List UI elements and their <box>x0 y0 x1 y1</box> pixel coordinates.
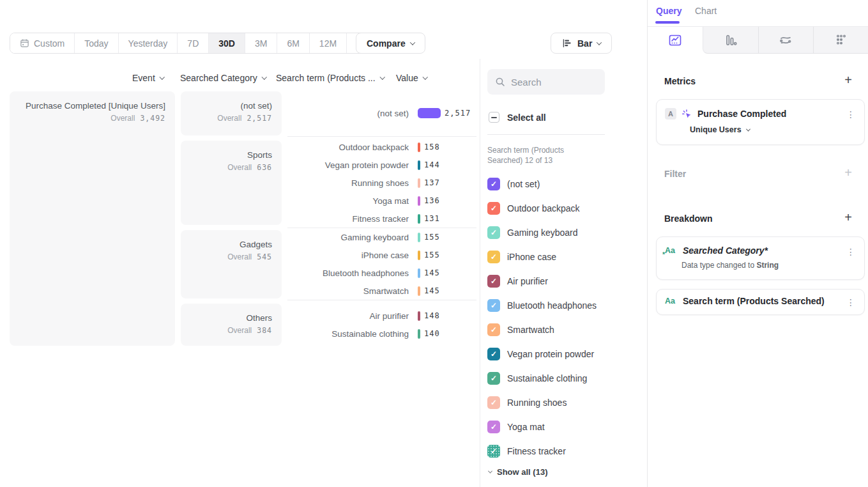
legend-item[interactable]: ✓ Fitness tracker <box>487 439 597 463</box>
value-bar[interactable] <box>418 268 420 278</box>
category-card[interactable]: (not set) Overall2,517 <box>181 91 282 135</box>
event-card[interactable]: Purchase Completed [Unique Users] Overal… <box>10 91 175 346</box>
tab-chart[interactable]: Chart <box>695 6 717 16</box>
legend-item[interactable]: ✓ Yoga mat <box>487 415 597 439</box>
value-bar[interactable] <box>418 233 420 242</box>
check-icon: ✓ <box>491 375 497 382</box>
legend-item[interactable]: ✓ Gaming keyboard <box>487 220 597 245</box>
chart-row[interactable]: Sustainable clothing 140 <box>287 325 479 343</box>
column-header[interactable]: Searched Category <box>180 73 266 83</box>
category-card[interactable]: Others Overall384 <box>181 304 282 346</box>
value-bar[interactable] <box>418 214 420 224</box>
legend-checkbox[interactable]: ✓ <box>487 323 500 336</box>
value-bar[interactable] <box>418 329 420 339</box>
category-card[interactable]: Sports Overall636 <box>181 141 282 225</box>
select-all-label: Select all <box>507 112 546 123</box>
measure-selector[interactable]: Unique Users <box>690 125 856 134</box>
more-options-icon[interactable]: ⋮ <box>844 107 858 121</box>
show-all-label: Show all (13) <box>497 467 547 477</box>
view-tab-funnel[interactable] <box>703 27 758 54</box>
chart-row[interactable]: Gaming keyboard 155 <box>287 228 479 246</box>
legend-panel: Select all Search term (Products Searche… <box>480 59 647 487</box>
tab-query[interactable]: Query <box>656 6 681 16</box>
date-range-button[interactable]: 7D <box>178 33 209 53</box>
legend-item[interactable]: ✓ Running shoes <box>487 390 597 415</box>
chart-row[interactable]: Smartwatch 145 <box>287 282 479 300</box>
show-all-button[interactable]: Show all (13) <box>489 467 547 477</box>
category-card[interactable]: Gadgets Overall545 <box>181 230 282 298</box>
chart-row[interactable]: Bluetooth headphones 145 <box>287 264 479 282</box>
date-range-button[interactable]: 12M <box>310 33 347 53</box>
legend-item[interactable]: ✓ Sustainable clothing <box>487 366 597 390</box>
search-input[interactable] <box>511 77 594 88</box>
value-bar[interactable] <box>418 196 420 206</box>
legend-checkbox[interactable]: ✓ <box>487 178 500 190</box>
chart-row[interactable]: Outdoor backpack 158 <box>287 138 479 156</box>
view-tab-flows[interactable] <box>758 27 814 54</box>
legend-item[interactable]: ✓ Vegan protein powder <box>487 342 597 366</box>
add-breakdown-button[interactable]: + <box>841 210 855 224</box>
chart-row[interactable]: iPhone case 155 <box>287 246 479 264</box>
search-box[interactable] <box>487 69 605 95</box>
legend-checkbox[interactable]: ✓ <box>487 226 500 239</box>
chart-rows: (not set) 2,517 Outdoor backpack 158 Veg… <box>287 104 479 343</box>
column-header[interactable]: Event <box>132 73 164 83</box>
chart-row[interactable]: Air purifier 148 <box>287 307 479 325</box>
compare-button[interactable]: Compare <box>356 33 425 54</box>
add-metric-button[interactable]: + <box>841 73 855 87</box>
value-bar[interactable] <box>418 251 420 260</box>
date-range-button[interactable]: Yesterday <box>119 33 178 53</box>
legend-checkbox[interactable]: ✓ <box>487 299 500 312</box>
term-label: Gaming keyboard <box>287 233 409 242</box>
more-options-icon[interactable]: ⋮ <box>844 245 858 259</box>
chart-row[interactable]: Fitness tracker 131 <box>287 210 479 228</box>
column-header[interactable]: Value <box>396 73 427 83</box>
breakdown-card[interactable]: Aa* Searched Category* ⋮ Data type chang… <box>656 236 865 280</box>
legend-item[interactable]: ✓ iPhone case <box>487 245 597 269</box>
add-filter-button[interactable]: + <box>841 166 855 180</box>
category-name: (not set) <box>187 100 272 112</box>
legend-item[interactable]: ✓ Air purifier <box>487 269 597 293</box>
value-bar[interactable] <box>418 143 420 152</box>
value-bar[interactable] <box>418 178 420 188</box>
value-bar[interactable] <box>418 160 420 170</box>
value-label: 137 <box>424 178 440 187</box>
chart-row[interactable]: Running shoes 137 <box>287 174 479 192</box>
legend-checkbox[interactable]: ✓ <box>487 348 500 360</box>
value-bar[interactable] <box>418 286 420 296</box>
legend-checkbox[interactable]: ✓ <box>487 251 500 263</box>
column-header[interactable]: Search term (Products ... <box>276 73 384 83</box>
value-bar[interactable] <box>418 108 441 118</box>
chart-row[interactable]: Vegan protein powder 144 <box>287 156 479 174</box>
legend-checkbox[interactable]: ✓ <box>487 202 500 215</box>
legend-checkbox[interactable]: ✓ <box>487 275 500 288</box>
chart-row[interactable]: Yoga mat 136 <box>287 192 479 210</box>
legend-item[interactable]: ✓ (not set) <box>487 172 597 196</box>
legend-checkbox[interactable]: ✓ <box>487 372 500 385</box>
date-range-button[interactable]: Custom <box>10 33 75 53</box>
chart-type-button[interactable]: Bar <box>551 33 612 54</box>
legend-checkbox[interactable]: ✓ <box>487 445 500 458</box>
more-options-icon[interactable]: ⋮ <box>844 295 858 309</box>
select-all-checkbox[interactable] <box>489 112 499 123</box>
chart-row[interactable]: (not set) 2,517 <box>287 104 479 122</box>
divider <box>487 134 605 135</box>
select-all-row[interactable]: Select all <box>489 112 546 123</box>
legend-checkbox[interactable]: ✓ <box>487 396 500 409</box>
view-tab-insights[interactable] <box>648 27 703 54</box>
date-range-button[interactable]: 6M <box>277 33 309 53</box>
value-bar[interactable] <box>418 311 420 321</box>
legend-item[interactable]: ✓ Smartwatch <box>487 318 597 342</box>
date-range-button[interactable]: 3M <box>245 33 277 53</box>
legend-item-label: Yoga mat <box>507 422 545 432</box>
legend-checkbox[interactable]: ✓ <box>487 421 500 433</box>
separator <box>287 300 476 300</box>
date-range-button[interactable]: Today <box>75 33 118 53</box>
date-range-button[interactable]: 30D <box>209 33 245 53</box>
date-range-label: 3M <box>255 38 267 49</box>
view-tab-retention[interactable] <box>813 27 868 54</box>
metric-card[interactable]: A Purchase Completed ⋮ Unique Users <box>656 99 865 145</box>
legend-item[interactable]: ✓ Bluetooth headphones <box>487 293 597 318</box>
breakdown-card[interactable]: Aa Search term (Products Searched) ⋮ <box>656 289 865 315</box>
legend-item[interactable]: ✓ Outdoor backpack <box>487 196 597 220</box>
